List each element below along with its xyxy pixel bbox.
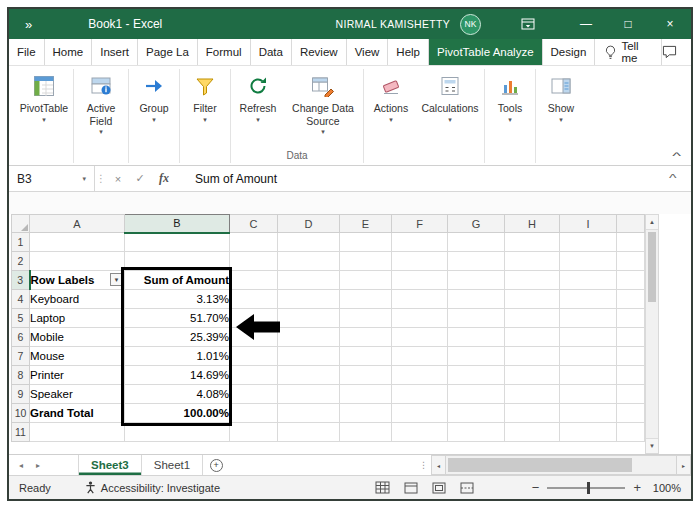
actions-button[interactable]: Actions ▾ xyxy=(365,69,417,163)
cell-D11[interactable] xyxy=(278,423,340,442)
cell-G2[interactable] xyxy=(448,252,505,271)
cell-F3[interactable] xyxy=(392,271,448,290)
cell-A7[interactable]: Mouse xyxy=(30,347,125,366)
change-data-source-button[interactable]: Change Data Source ▾ xyxy=(284,69,362,163)
zoom-slider[interactable] xyxy=(547,487,625,489)
tools-button[interactable]: Tools ▾ xyxy=(486,69,534,163)
refresh-button[interactable]: Refresh ▾ xyxy=(232,69,284,163)
cell-D8[interactable] xyxy=(278,366,340,385)
cell-G8[interactable] xyxy=(448,366,505,385)
tab-insert[interactable]: Insert xyxy=(92,39,138,65)
formula-bar-splitter[interactable]: ⋮ xyxy=(95,166,107,191)
horizontal-scrollbar-track[interactable] xyxy=(446,455,676,475)
cell-D4[interactable] xyxy=(278,290,340,309)
cell-E10[interactable] xyxy=(340,404,392,423)
scroll-left-icon[interactable]: ◂ xyxy=(431,455,446,475)
tab-home[interactable]: Home xyxy=(45,39,93,65)
chevron-down-icon[interactable]: ▾ xyxy=(82,175,86,183)
cell-I8[interactable] xyxy=(560,366,617,385)
tab-data[interactable]: Data xyxy=(251,39,292,65)
cell-I7[interactable] xyxy=(560,347,617,366)
tell-me-button[interactable]: Tell me xyxy=(595,39,662,65)
active-field-button[interactable]: Active Field ▾ xyxy=(75,69,127,163)
normal-view-icon[interactable] xyxy=(404,482,418,494)
cell-C1[interactable] xyxy=(230,233,278,252)
cell-G4[interactable] xyxy=(448,290,505,309)
minimize-button[interactable]: — xyxy=(565,9,607,39)
column-header-A[interactable]: A xyxy=(30,215,125,233)
cell-C6[interactable] xyxy=(230,328,278,347)
expand-formula-bar-icon[interactable]: ^ xyxy=(669,166,696,191)
tab-file[interactable]: File xyxy=(9,39,45,65)
cell-A4[interactable]: Keyboard xyxy=(30,290,125,309)
page-layout-view-icon[interactable] xyxy=(432,482,446,494)
cell-B11[interactable] xyxy=(125,423,230,442)
page-break-view-icon[interactable] xyxy=(460,482,474,494)
row-header-5[interactable]: 5 xyxy=(12,309,30,328)
cell-A1[interactable] xyxy=(30,233,125,252)
cell-G5[interactable] xyxy=(448,309,505,328)
column-header-D[interactable]: D xyxy=(278,215,340,233)
cell-D9[interactable] xyxy=(278,385,340,404)
cell-E5[interactable] xyxy=(340,309,392,328)
row-header-2[interactable]: 2 xyxy=(12,252,30,271)
cell-D10[interactable] xyxy=(278,404,340,423)
scrollbar-splitter[interactable]: ⋮ xyxy=(419,460,428,470)
cell-F6[interactable] xyxy=(392,328,448,347)
sheet-nav-left-icon[interactable]: ◂ xyxy=(19,461,23,470)
cell-I6[interactable] xyxy=(560,328,617,347)
cell-F9[interactable] xyxy=(392,385,448,404)
tab-design[interactable]: Design xyxy=(543,39,596,65)
cell-B5[interactable]: 51.70% xyxy=(125,309,230,328)
cell-H4[interactable] xyxy=(505,290,560,309)
ribbon-display-options-icon[interactable] xyxy=(507,9,549,39)
cell-C11[interactable] xyxy=(230,423,278,442)
cell-D5[interactable] xyxy=(278,309,340,328)
cell-H1[interactable] xyxy=(505,233,560,252)
column-header-C[interactable]: C xyxy=(230,215,278,233)
cell-C8[interactable] xyxy=(230,366,278,385)
horizontal-scrollbar[interactable]: ⋮ ◂ ▸ xyxy=(419,455,691,475)
cell-B4[interactable]: 3.13% xyxy=(125,290,230,309)
row-header-10[interactable]: 10 xyxy=(12,404,30,423)
new-sheet-button[interactable]: + xyxy=(203,455,229,475)
tab-formulas[interactable]: Formul xyxy=(198,39,251,65)
cell-I10[interactable] xyxy=(560,404,617,423)
cell-C4[interactable] xyxy=(230,290,278,309)
cell-B9[interactable]: 4.08% xyxy=(125,385,230,404)
cell-E7[interactable] xyxy=(340,347,392,366)
select-all-button[interactable] xyxy=(12,215,30,233)
show-button[interactable]: Show ▾ xyxy=(537,69,585,163)
cell-D3[interactable] xyxy=(278,271,340,290)
cell-G10[interactable] xyxy=(448,404,505,423)
vertical-scrollbar[interactable]: ▲ ▼ xyxy=(645,214,659,454)
cell-H3[interactable] xyxy=(505,271,560,290)
cell-I1[interactable] xyxy=(560,233,617,252)
cell-F5[interactable] xyxy=(392,309,448,328)
cell-C7[interactable] xyxy=(230,347,278,366)
cell-E1[interactable] xyxy=(340,233,392,252)
cell-I9[interactable] xyxy=(560,385,617,404)
cell-F11[interactable] xyxy=(392,423,448,442)
tab-pivottable-analyze[interactable]: PivotTable Analyze xyxy=(429,39,543,65)
cell-A9[interactable]: Speaker xyxy=(30,385,125,404)
row-header-7[interactable]: 7 xyxy=(12,347,30,366)
row-header-4[interactable]: 4 xyxy=(12,290,30,309)
cell-G1[interactable] xyxy=(448,233,505,252)
cell-A5[interactable]: Laptop xyxy=(30,309,125,328)
cell-B1[interactable] xyxy=(125,233,230,252)
cell-G3[interactable] xyxy=(448,271,505,290)
tab-view[interactable]: View xyxy=(347,39,389,65)
column-header-B[interactable]: B xyxy=(125,215,230,233)
row-header-8[interactable]: 8 xyxy=(12,366,30,385)
tab-review[interactable]: Review xyxy=(292,39,347,65)
row-header-3[interactable]: 3 xyxy=(12,271,30,290)
row-header-1[interactable]: 1 xyxy=(12,233,30,252)
maximize-button[interactable]: □ xyxy=(607,9,649,39)
scroll-up-icon[interactable]: ▲ xyxy=(646,215,658,230)
cell-H6[interactable] xyxy=(505,328,560,347)
cell-H10[interactable] xyxy=(505,404,560,423)
cell-D6[interactable] xyxy=(278,328,340,347)
scroll-right-icon[interactable]: ▸ xyxy=(676,455,691,475)
column-header-E[interactable]: E xyxy=(340,215,392,233)
